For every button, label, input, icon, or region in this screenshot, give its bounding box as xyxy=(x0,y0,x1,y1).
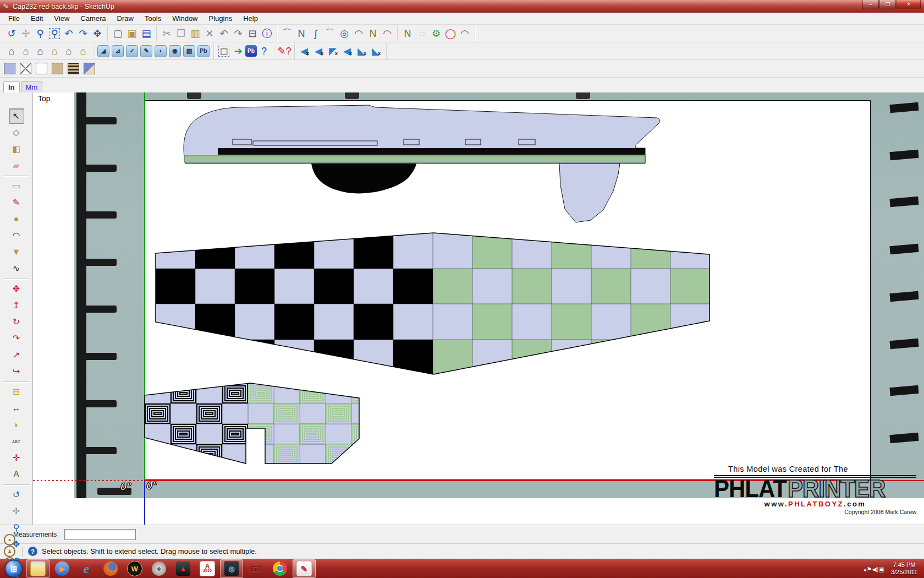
zoom-window-icon[interactable]: ⚲ xyxy=(47,26,62,41)
fold-arrow-3-icon[interactable]: ◤x xyxy=(326,44,340,58)
zoom-icon[interactable]: ⚲ xyxy=(33,26,47,41)
marquee-select-icon[interactable]: ◻ xyxy=(217,44,231,58)
pan-tool[interactable]: ✢ xyxy=(9,504,24,519)
menu-item-edit[interactable]: Edit xyxy=(25,13,48,24)
run-phlatscript-icon[interactable]: ➔ xyxy=(231,44,245,58)
s-curve-icon[interactable]: ʃ xyxy=(309,26,323,41)
open-file-icon[interactable]: ▣ xyxy=(125,26,139,41)
scale-tool[interactable]: ↗ xyxy=(9,347,24,363)
spiral-icon[interactable]: ◎ xyxy=(337,26,351,41)
arc-tool-icon[interactable]: ◠ xyxy=(458,26,472,41)
network-icon[interactable]: ▣ xyxy=(878,566,884,572)
redo-icon[interactable]: ↷ xyxy=(231,26,245,41)
fold-arrow-2-icon[interactable]: ◀x xyxy=(312,44,326,58)
taskbar-item-autocad-2010[interactable]: A2010 xyxy=(196,559,219,578)
style-xray-icon[interactable] xyxy=(4,63,15,74)
eraser-tool[interactable]: ▰ xyxy=(9,158,24,173)
view-iso-icon[interactable]: ⌂ xyxy=(4,44,19,58)
taskbar-item-media-player[interactable]: ▶ xyxy=(51,559,74,578)
units-tab-mm[interactable]: Mm xyxy=(21,81,43,92)
make-component-tool[interactable]: ◇ xyxy=(9,125,24,140)
taskbar-item-chrome[interactable] xyxy=(268,559,292,578)
view-top-icon[interactable]: ⌂ xyxy=(47,44,62,58)
fold-arrow-5-icon[interactable]: ◣x xyxy=(355,44,369,58)
fuselage-part[interactable] xyxy=(182,102,666,228)
style-monochrome-icon[interactable] xyxy=(84,63,95,74)
phlat-eraser-icon[interactable]: Pb xyxy=(197,45,210,57)
style-hidden-line-icon[interactable] xyxy=(36,63,47,74)
fold-arrow-4-icon[interactable]: ◀x xyxy=(340,44,355,58)
polyline-divide-icon[interactable]: N xyxy=(400,26,415,41)
taskbar-item-internet-explorer[interactable]: e xyxy=(75,559,98,578)
center-point-icon[interactable]: ◉ xyxy=(169,45,181,57)
taskbar-item-cad[interactable]: ▲ xyxy=(172,559,195,578)
style-wireframe-icon[interactable] xyxy=(20,63,31,74)
zoom-tool[interactable]: ⚲ xyxy=(9,520,24,536)
new-file-icon[interactable]: ▢ xyxy=(111,26,125,41)
arc-blue-icon[interactable]: ◠ xyxy=(351,26,366,41)
polygon-points-icon[interactable]: ◌ xyxy=(415,26,429,41)
text-tool[interactable]: ABC xyxy=(9,434,24,449)
taskbar-item-wow[interactable]: W xyxy=(123,559,146,578)
fold-arrow-1-icon[interactable]: ◀x xyxy=(298,44,312,58)
menu-item-camera[interactable]: Camera xyxy=(75,13,111,24)
style-textured-icon[interactable] xyxy=(68,63,79,74)
minimize-button[interactable]: – xyxy=(862,0,879,9)
arc-red-icon[interactable]: ◠ xyxy=(380,26,394,41)
undo-icon[interactable]: ↶ xyxy=(217,26,231,41)
phlat-select-icon[interactable]: ▨ xyxy=(183,45,195,57)
taskbar-item-dvd[interactable]: ◎ xyxy=(147,559,170,578)
polygon-tool[interactable]: ▼ xyxy=(9,244,24,260)
action-center-icon[interactable]: ⚑ xyxy=(866,566,872,572)
drawing-canvas[interactable]: Top 0"0" xyxy=(33,92,924,525)
arc-green-icon[interactable]: ⌒ xyxy=(323,26,337,41)
clock[interactable]: 7:45 PM 3/25/2011 xyxy=(889,561,920,576)
freehand-tool[interactable]: ∿ xyxy=(9,261,24,276)
follow-me-tool[interactable]: ↷ xyxy=(9,331,24,346)
menu-item-view[interactable]: View xyxy=(48,13,75,24)
zigzag-curve-icon[interactable]: N xyxy=(366,26,380,41)
view-left-icon[interactable]: ⌂ xyxy=(19,44,33,58)
text-3d-tool[interactable]: A xyxy=(9,467,24,482)
cut-icon[interactable]: ✂ xyxy=(160,26,174,41)
ellipse-icon[interactable]: ◯ xyxy=(443,26,458,41)
taskbar-item-photo-viewer[interactable]: ◎ xyxy=(220,559,243,578)
menu-item-help[interactable]: Help xyxy=(238,13,263,24)
delete-icon[interactable]: ✕ xyxy=(202,26,217,41)
dimension-tool[interactable]: ↔ xyxy=(9,401,24,416)
next-view-tool[interactable]: ↷ xyxy=(9,570,24,578)
arc-tool[interactable]: ◠ xyxy=(9,228,24,243)
maximize-button[interactable]: ❐ xyxy=(879,0,896,9)
axes-tool[interactable]: ✛ xyxy=(9,450,24,466)
paste-icon[interactable]: ▥ xyxy=(188,26,202,41)
menu-item-plugins[interactable]: Plugins xyxy=(204,13,238,24)
menu-item-window[interactable]: Window xyxy=(167,13,203,24)
wrench-icon[interactable]: ⚙ xyxy=(429,26,443,41)
bezier-curve-icon[interactable]: ⌒ xyxy=(280,26,294,41)
zoom-extents-tool[interactable]: ✥ xyxy=(9,537,24,552)
view-front-icon[interactable]: ⌂ xyxy=(33,44,47,58)
copy-icon[interactable]: ❐ xyxy=(174,26,188,41)
rotate-tool[interactable]: ↻ xyxy=(9,314,24,330)
menu-item-tools[interactable]: Tools xyxy=(139,13,167,24)
line-tool[interactable]: ✎ xyxy=(9,195,24,210)
taskbar-item-firefox[interactable] xyxy=(99,559,122,578)
next-view-icon[interactable]: ↷ xyxy=(76,26,90,41)
select-tool[interactable]: ↖ xyxy=(9,108,24,124)
help-icon[interactable]: ? xyxy=(28,547,37,556)
pan-icon[interactable]: ✢ xyxy=(19,26,33,41)
tail-part[interactable] xyxy=(145,383,378,465)
fold-arrow-6-icon[interactable]: ◣x xyxy=(369,44,383,58)
phlat-bend-icon[interactable]: ◗ xyxy=(155,45,167,57)
save-icon[interactable]: ▤ xyxy=(139,26,153,41)
zoom-extents-icon[interactable]: ✥ xyxy=(90,26,105,41)
orbit-tool[interactable]: ↺ xyxy=(9,487,24,503)
style-shaded-icon[interactable] xyxy=(52,63,63,74)
orbit-icon[interactable]: ↺ xyxy=(4,26,19,41)
rectangle-tool[interactable]: ▭ xyxy=(9,178,24,194)
polyline-curve-icon[interactable]: N xyxy=(294,26,309,41)
taskbar-item-g3[interactable]: G3 xyxy=(244,559,267,578)
volume-icon[interactable]: ◀) xyxy=(872,566,878,572)
view-back-icon[interactable]: ⌂ xyxy=(62,44,76,58)
measurements-input[interactable] xyxy=(64,529,136,540)
